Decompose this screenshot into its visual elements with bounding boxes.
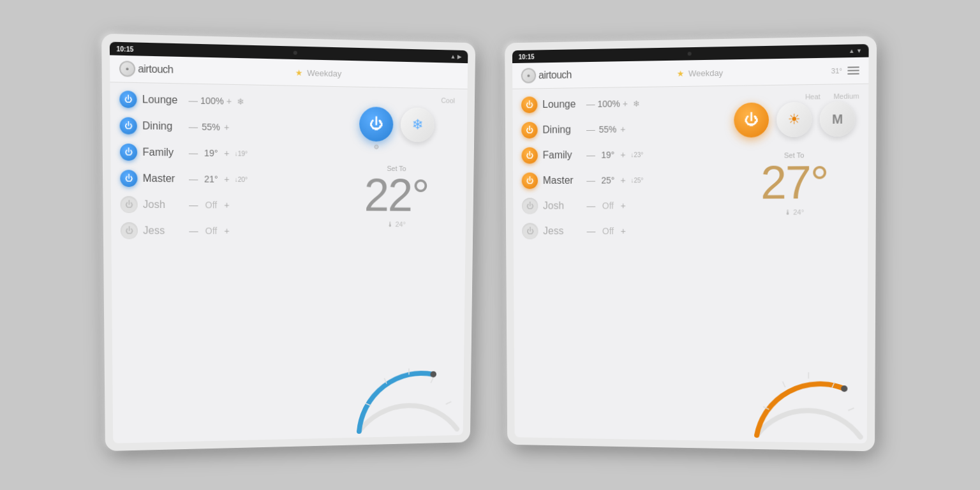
left-lounge-power[interactable]: ⏻ bbox=[119, 91, 137, 108]
right-zone-master: ⏻ Master — 25° + ↓25° bbox=[513, 167, 721, 193]
right-tablet-screen: 10:15 ▲ ▼ ● airtouch ★ Weekday 31° bbox=[512, 44, 869, 443]
right-lounge-controls: — 100% + ❄ bbox=[586, 98, 640, 109]
left-gauge bbox=[346, 337, 467, 438]
right-master-power[interactable]: ⏻ bbox=[522, 172, 538, 189]
left-family-name: Family bbox=[142, 146, 183, 158]
left-dining-name: Dining bbox=[142, 120, 183, 132]
right-camera bbox=[687, 52, 691, 56]
right-jess-controls: — Off + bbox=[587, 226, 626, 236]
right-josh-name: Josh bbox=[543, 200, 582, 212]
left-zone-dining: ⏻ Dining — 55% + bbox=[110, 113, 326, 141]
left-lounge-sub-icon: ❄ bbox=[237, 96, 244, 107]
left-ambient-temp: 🌡 24° bbox=[387, 220, 406, 228]
left-family-power[interactable]: ⏻ bbox=[120, 144, 137, 161]
left-master-power[interactable]: ⏻ bbox=[120, 170, 137, 187]
left-jess-controls: — Off + bbox=[189, 226, 229, 236]
left-zone-family: ⏻ Family — 19° + ↓19° bbox=[110, 140, 325, 167]
right-mode-buttons: ⏻ ☀ M bbox=[734, 101, 855, 138]
left-tablet: 10:15 ▲ ▶ ● airtouch ★ Weekday bbox=[101, 34, 475, 451]
left-cool-label: Cool bbox=[441, 96, 455, 104]
left-right-panel: Cool ⏻ ⚙ ❄ Set To bbox=[324, 87, 467, 438]
left-dining-controls: — 55% + bbox=[189, 121, 230, 132]
right-zone-lounge: ⏻ Lounge — 100% + ❄ bbox=[512, 90, 721, 117]
left-schedule-label: Weekday bbox=[307, 68, 341, 78]
left-master-name: Master bbox=[143, 173, 184, 185]
right-zone-family: ⏻ Family — 19° + ↓23° bbox=[513, 142, 721, 168]
left-logo-circle: ● bbox=[119, 61, 135, 77]
right-logo-text: airtouch bbox=[538, 69, 572, 81]
right-heat-label: Heat bbox=[805, 93, 820, 101]
right-tablet-body: 10:15 ▲ ▼ ● airtouch ★ Weekday 31° bbox=[505, 36, 877, 451]
left-zone-josh: ⏻ Josh — Off + bbox=[111, 192, 325, 218]
left-josh-controls: — Off + bbox=[189, 200, 229, 211]
right-master-name: Master bbox=[543, 175, 582, 186]
right-dining-name: Dining bbox=[542, 124, 581, 136]
right-gauge bbox=[744, 339, 868, 443]
right-status-icons: ▲ ▼ bbox=[849, 47, 862, 54]
right-family-controls: — 19° + ↓23° bbox=[586, 149, 643, 160]
right-lounge-name: Lounge bbox=[542, 98, 581, 110]
right-menu-btn[interactable] bbox=[847, 66, 859, 75]
right-power-btn-group: ⏻ bbox=[734, 102, 769, 137]
left-mode-buttons: ⏻ ⚙ ❄ bbox=[359, 107, 434, 151]
left-josh-power[interactable]: ⏻ bbox=[121, 196, 138, 213]
left-camera bbox=[293, 51, 297, 55]
left-tablet-body: 10:15 ▲ ▶ ● airtouch ★ Weekday bbox=[101, 34, 475, 451]
right-temp-indicator: 31° bbox=[831, 67, 842, 75]
right-sun-btn[interactable]: ☀ bbox=[776, 102, 812, 138]
left-schedule-icon: ★ bbox=[295, 68, 303, 78]
left-main-power-btn[interactable]: ⏻ bbox=[359, 107, 394, 142]
left-jess-name: Jess bbox=[143, 225, 184, 236]
right-josh-power[interactable]: ⏻ bbox=[522, 198, 538, 214]
right-main-power-btn[interactable]: ⏻ bbox=[734, 102, 769, 137]
right-dining-controls: — 55% + bbox=[586, 124, 625, 135]
right-zone-list: ⏻ Lounge — 100% + ❄ ⏻ Dining bbox=[512, 86, 721, 441]
right-app-content: ⏻ Lounge — 100% + ❄ ⏻ Dining bbox=[512, 84, 868, 443]
left-lounge-name: Lounge bbox=[142, 94, 183, 107]
right-logo: ● airtouch bbox=[521, 67, 572, 83]
right-lounge-power[interactable]: ⏻ bbox=[521, 96, 537, 113]
right-ambient-temp: 🌡 24° bbox=[784, 208, 804, 216]
right-set-to-container: Set To 27° bbox=[761, 149, 828, 206]
right-family-power[interactable]: ⏻ bbox=[521, 147, 537, 164]
left-status-icons: ▲ ▶ bbox=[450, 53, 462, 59]
left-mode-btn-group: ❄ bbox=[401, 107, 434, 142]
right-zone-josh: ⏻ Josh — Off + bbox=[513, 193, 721, 218]
right-jess-name: Jess bbox=[543, 225, 582, 237]
left-zone-lounge: ⏻ Lounge — 100% + ❄ bbox=[110, 86, 325, 115]
right-fan-btn-group: M bbox=[820, 101, 856, 137]
left-zone-list: ⏻ Lounge — 100% + ❄ ⏻ Dining bbox=[110, 82, 325, 443]
right-logo-circle: ● bbox=[521, 68, 537, 83]
left-set-to-value: 22° bbox=[364, 172, 429, 218]
left-dining-power[interactable]: ⏻ bbox=[120, 117, 137, 135]
right-set-to-value: 27° bbox=[761, 159, 828, 206]
right-dining-power[interactable]: ⏻ bbox=[521, 122, 537, 138]
right-status-time: 10:15 bbox=[519, 53, 535, 60]
right-medium-label: Medium bbox=[833, 92, 859, 100]
right-header-right: 31° bbox=[831, 66, 859, 75]
left-app-content: ⏻ Lounge — 100% + ❄ ⏻ Dining bbox=[110, 82, 467, 443]
right-schedule-icon: ★ bbox=[677, 68, 685, 78]
right-header-center: ★ Weekday bbox=[584, 66, 819, 80]
left-snowflake-btn[interactable]: ❄ bbox=[401, 107, 434, 142]
right-josh-controls: — Off + bbox=[586, 200, 625, 211]
svg-point-1 bbox=[841, 385, 847, 392]
right-lounge-sub-icon: ❄ bbox=[633, 99, 640, 108]
left-logo: ● airtouch bbox=[119, 61, 174, 78]
left-master-controls: — 21° + ↓20° bbox=[189, 174, 248, 184]
left-zone-jess: ⏻ Jess — Off + bbox=[111, 218, 325, 243]
left-header-center: ★ Weekday bbox=[186, 65, 447, 80]
right-family-name: Family bbox=[543, 149, 582, 161]
right-jess-power[interactable]: ⏻ bbox=[522, 223, 538, 239]
right-sun-btn-group: ☀ bbox=[776, 102, 812, 138]
left-zone-master: ⏻ Master — 21° + ↓20° bbox=[111, 166, 326, 192]
left-power-settings-icon: ⚙ bbox=[373, 144, 379, 151]
left-josh-name: Josh bbox=[143, 199, 184, 211]
right-fan-btn[interactable]: M bbox=[820, 101, 856, 137]
left-family-controls: — 19° + ↓19° bbox=[189, 147, 248, 158]
left-jess-power[interactable]: ⏻ bbox=[121, 222, 138, 239]
right-zone-dining: ⏻ Dining — 55% + bbox=[513, 116, 722, 142]
right-zone-jess: ⏻ Jess — Off + bbox=[514, 219, 722, 243]
left-lounge-controls: — 100% + ❄ bbox=[188, 95, 244, 107]
left-power-btn-group: ⏻ ⚙ bbox=[359, 107, 394, 151]
